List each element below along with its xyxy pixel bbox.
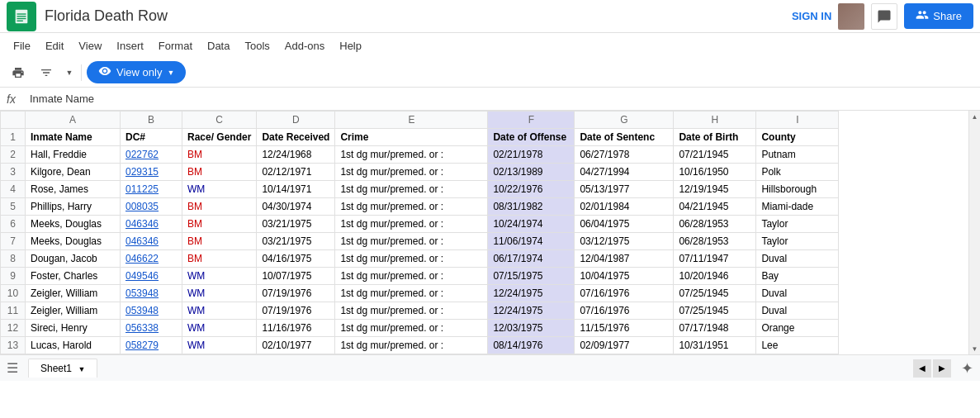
cell-11-d[interactable]: 07/19/1976 [257,302,335,320]
cell-2-b[interactable]: 022762 [121,146,182,164]
header-race-gender[interactable]: Race/ Gender [182,129,257,146]
col-header-B[interactable]: B [121,112,182,129]
cell-8-e[interactable]: 1st dg mur/premed. or : [335,250,488,268]
col-header-D[interactable]: D [257,112,335,129]
col-header-A[interactable]: A [26,112,121,129]
formula-input[interactable] [30,93,973,105]
cell-8-i[interactable]: Duval [756,250,839,268]
comment-button[interactable] [871,3,897,30]
filter-button[interactable] [35,61,58,84]
cell-7-c[interactable]: BM [182,233,257,250]
cell-11-c[interactable]: WM [182,302,257,320]
cell-13-a[interactable]: Lucas, Harold [26,337,121,354]
cell-10-a[interactable]: Zeigler, William [26,285,121,302]
cell-10-h[interactable]: 07/25/1945 [674,285,756,302]
menu-tools[interactable]: Tools [238,36,276,55]
cell-2-i[interactable]: Putnam [756,146,839,164]
header-date-offense[interactable]: Date of Offense [488,129,575,146]
menu-file[interactable]: File [7,36,37,55]
bottom-scrollbar[interactable]: ◀ ▶ [913,359,951,378]
cell-9-g[interactable]: 10/04/1975 [575,268,674,285]
right-scrollbar[interactable]: ▲ ▼ [968,111,980,354]
cell-13-g[interactable]: 02/09/1977 [575,337,674,354]
cell-11-h[interactable]: 07/25/1945 [674,302,756,320]
cell-6-i[interactable]: Taylor [756,216,839,233]
cell-8-a[interactable]: Dougan, Jacob [26,250,121,268]
explore-icon[interactable]: ✦ [961,359,973,378]
cell-13-c[interactable]: WM [182,337,257,354]
share-button[interactable]: Share [904,3,973,29]
menu-format[interactable]: Format [152,36,199,55]
header-dc[interactable]: DC# [121,129,182,146]
cell-9-f[interactable]: 07/15/1975 [488,268,575,285]
print-button[interactable] [7,61,30,84]
cell-8-d[interactable]: 04/16/1975 [257,250,335,268]
cell-2-a[interactable]: Hall, Freddie [26,146,121,164]
cell-5-d[interactable]: 04/30/1974 [257,198,335,216]
cell-4-c[interactable]: WM [182,181,257,198]
header-crime[interactable]: Crime [335,129,488,146]
cell-3-h[interactable]: 10/16/1950 [674,164,756,181]
cell-11-f[interactable]: 12/24/1975 [488,302,575,320]
cell-3-b[interactable]: 029315 [121,164,182,181]
cell-3-a[interactable]: Kilgore, Dean [26,164,121,181]
cell-6-g[interactable]: 06/04/1975 [575,216,674,233]
scroll-down-arrow[interactable]: ▼ [969,343,981,354]
cell-3-e[interactable]: 1st dg mur/premed. or : [335,164,488,181]
avatar[interactable] [838,3,864,30]
cell-4-a[interactable]: Rose, James [26,181,121,198]
menu-addons[interactable]: Add-ons [278,36,331,55]
header-date-received[interactable]: Date Received [257,129,335,146]
cell-10-b[interactable]: 053948 [121,285,182,302]
cell-9-c[interactable]: WM [182,268,257,285]
cell-10-f[interactable]: 12/24/1975 [488,285,575,302]
col-header-E[interactable]: E [335,112,488,129]
cell-10-i[interactable]: Duval [756,285,839,302]
cell-8-c[interactable]: BM [182,250,257,268]
cell-2-f[interactable]: 02/21/1978 [488,146,575,164]
scroll-up-arrow[interactable]: ▲ [969,111,981,122]
cell-9-e[interactable]: 1st dg mur/premed. or : [335,268,488,285]
cell-9-d[interactable]: 10/07/1975 [257,268,335,285]
cell-13-d[interactable]: 02/10/1977 [257,337,335,354]
col-header-I[interactable]: I [756,112,839,129]
cell-7-d[interactable]: 03/21/1975 [257,233,335,250]
cell-7-h[interactable]: 06/28/1953 [674,233,756,250]
cell-7-g[interactable]: 03/12/1975 [575,233,674,250]
cell-5-f[interactable]: 08/31/1982 [488,198,575,216]
cell-11-a[interactable]: Zeigler, William [26,302,121,320]
cell-5-h[interactable]: 04/21/1945 [674,198,756,216]
cell-4-h[interactable]: 12/19/1945 [674,181,756,198]
col-header-H[interactable]: H [674,112,756,129]
cell-6-d[interactable]: 03/21/1975 [257,216,335,233]
cell-3-i[interactable]: Polk [756,164,839,181]
cell-2-e[interactable]: 1st dg mur/premed. or : [335,146,488,164]
cell-5-e[interactable]: 1st dg mur/premed. or : [335,198,488,216]
menu-help[interactable]: Help [333,36,368,55]
col-header-C[interactable]: C [182,112,257,129]
cell-3-g[interactable]: 04/27/1994 [575,164,674,181]
menu-edit[interactable]: Edit [39,36,70,55]
cell-7-i[interactable]: Taylor [756,233,839,250]
cell-12-d[interactable]: 11/16/1976 [257,320,335,337]
cell-12-f[interactable]: 12/03/1975 [488,320,575,337]
scroll-right-btn[interactable]: ▶ [933,359,951,378]
cell-5-b[interactable]: 008035 [121,198,182,216]
cell-4-g[interactable]: 05/13/1977 [575,181,674,198]
cell-13-i[interactable]: Lee [756,337,839,354]
cell-8-f[interactable]: 06/17/1974 [488,250,575,268]
cell-12-a[interactable]: Sireci, Henry [26,320,121,337]
cell-5-a[interactable]: Phillips, Harry [26,198,121,216]
cell-11-g[interactable]: 07/16/1976 [575,302,674,320]
cell-7-b[interactable]: 046346 [121,233,182,250]
cell-6-a[interactable]: Meeks, Douglas [26,216,121,233]
menu-icon[interactable]: ☰ [7,360,18,376]
cell-13-e[interactable]: 1st dg mur/premed. or : [335,337,488,354]
menu-insert[interactable]: Insert [110,36,150,55]
cell-10-d[interactable]: 07/19/1976 [257,285,335,302]
cell-11-b[interactable]: 053948 [121,302,182,320]
header-county[interactable]: County [756,129,839,146]
cell-9-i[interactable]: Bay [756,268,839,285]
cell-5-i[interactable]: Miami-dade [756,198,839,216]
cell-6-c[interactable]: BM [182,216,257,233]
